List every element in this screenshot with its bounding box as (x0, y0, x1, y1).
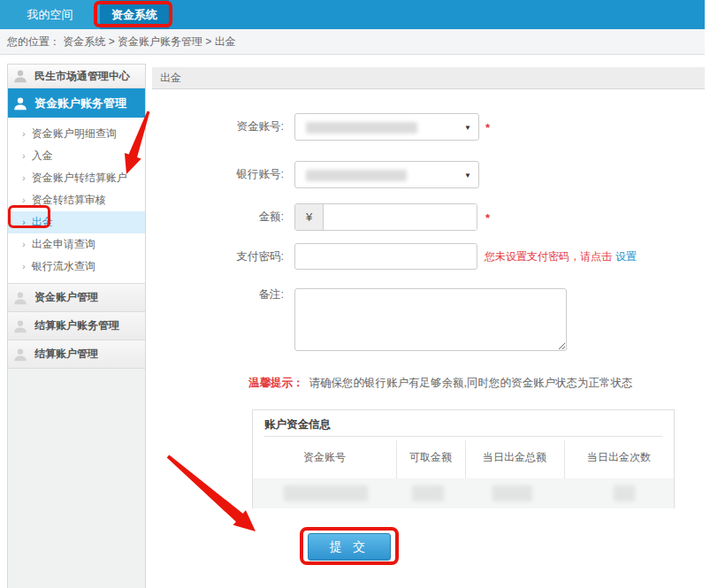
fund-account-select[interactable]: ▼ (294, 113, 479, 141)
account-funds-panel: 账户资金信息 资金账号 可取金额 当日出金总额 当日出金次数 (252, 409, 675, 508)
breadcrumb: 您的位置： 资金系统 > 资金账户账务管理 > 出金 (0, 29, 705, 55)
pay-password-hint-text: 您未设置支付密码，请点击 (485, 250, 612, 263)
remark-label: 备注: (152, 286, 289, 303)
menu-item-label: 资金账户明细查询 (32, 127, 117, 140)
amount-input[interactable] (324, 204, 477, 230)
sidebar-header-label: 民生市场通管理中心 (34, 69, 130, 84)
menu-item-label: 出金申请查询 (32, 238, 95, 250)
amount-label: 金额: (152, 203, 289, 231)
notice-text: 请确保您的银行账户有足够余额,同时您的资金账户状态为正常状态 (309, 377, 633, 389)
sidebar-item-bank-flow-query[interactable]: ›银行流水查询 (8, 256, 145, 278)
sidebar-active-section-label: 资金账户账务管理 (34, 95, 126, 111)
fund-account-label: 资金账号: (152, 113, 289, 141)
chevron-right-icon: › (22, 217, 26, 227)
section-label: 结算账户账务管理 (34, 318, 119, 333)
required-mark: * (485, 211, 494, 225)
amount-field-group: ¥ (294, 203, 477, 231)
annotation-arrow-submit (167, 455, 256, 532)
currency-yen-icon: ¥ (295, 204, 324, 230)
sidebar-collapsed-area: 资金账户管理 结算账户账务管理 结算账户管理 (8, 284, 145, 588)
sidebar-item-fund-detail-query[interactable]: ›资金账户明细查询 (8, 123, 145, 145)
user-icon (13, 69, 27, 83)
redacted-cell-value (412, 485, 444, 501)
col-fund-account: 资金账号 (253, 437, 396, 478)
sidebar-item-withdraw-request-query[interactable]: ›出金申请查询 (8, 233, 145, 256)
user-icon (13, 347, 27, 362)
chevron-right-icon: › (22, 261, 26, 271)
page: 我的空间 资金系统 您的位置： 资金系统 > 资金账户账务管理 > 出金 民生市… (0, 0, 710, 588)
bank-account-label: 银行账号: (152, 161, 289, 188)
sidebar-item-deposit[interactable]: ›入金 (8, 145, 145, 167)
redacted-cell-value (492, 485, 532, 501)
chevron-down-icon: ▼ (464, 124, 471, 132)
tab-my-space[interactable]: 我的空间 (0, 0, 100, 29)
table-row (253, 478, 674, 508)
menu-item-label: 入金 (32, 149, 53, 162)
set-password-link[interactable]: 设置 (615, 250, 637, 263)
col-today-withdraw-total: 当日出金总额 (465, 437, 564, 478)
chevron-right-icon: › (22, 128, 26, 139)
chevron-right-icon: › (22, 195, 26, 205)
panel-title: 账户资金信息 (264, 417, 331, 432)
menu-item-label: 资金账户转结算账户 (32, 172, 127, 184)
redacted-cell-value (284, 485, 368, 501)
sidebar: 民生市场通管理中心 资金账户账务管理 ›资金账户明细查询 ›入金 ›资金账户转结… (7, 64, 146, 588)
sidebar-header-center[interactable]: 民生市场通管理中心 (8, 65, 145, 88)
sidebar-menu: ›资金账户明细查询 ›入金 ›资金账户转结算账户 ›资金转结算审核 ›出金 ›出… (8, 118, 145, 284)
sidebar-section-fund-account-active[interactable]: 资金账户账务管理 (8, 88, 145, 118)
remark-textarea[interactable] (294, 288, 567, 351)
content-tab-withdraw: 出金 (152, 67, 705, 89)
section-label: 结算账户管理 (34, 347, 98, 362)
user-icon (13, 96, 27, 111)
sidebar-item-fund-to-settle-account[interactable]: ›资金账户转结算账户 (8, 167, 145, 189)
bank-account-select[interactable]: ▼ (294, 161, 479, 188)
notice-prefix: 温馨提示： (248, 377, 304, 389)
chevron-right-icon: › (22, 172, 26, 183)
pay-password-label: 支付密码: (152, 243, 289, 271)
chevron-right-icon: › (22, 150, 26, 161)
section-label: 资金账户管理 (34, 290, 98, 305)
sidebar-section-settle-account-books[interactable]: 结算账户账务管理 (8, 312, 145, 340)
chevron-right-icon: › (22, 239, 26, 249)
redacted-fund-account-value (306, 122, 417, 134)
tab-fund-system[interactable]: 资金系统 (100, 0, 169, 29)
sidebar-section-fund-account-mgmt[interactable]: 资金账户管理 (8, 284, 145, 312)
sidebar-section-settle-account-mgmt[interactable]: 结算账户管理 (8, 340, 145, 369)
menu-item-label: 资金转结算审核 (32, 194, 106, 206)
pay-password-hint: 您未设置支付密码，请点击设置 (485, 243, 637, 270)
menu-item-label: 出金 (32, 216, 53, 228)
sidebar-item-withdraw[interactable]: ›出金 (8, 211, 145, 233)
user-icon (13, 319, 27, 333)
table-header-row: 资金账号 可取金额 当日出金总额 当日出金次数 (253, 437, 674, 478)
pay-password-input[interactable] (294, 243, 477, 270)
menu-item-label: 银行流水查询 (32, 260, 95, 272)
col-today-withdraw-count: 当日出金次数 (564, 437, 674, 478)
user-icon (13, 291, 27, 305)
chevron-down-icon: ▼ (464, 172, 471, 179)
sidebar-item-fund-settle-audit[interactable]: ›资金转结算审核 (8, 189, 145, 211)
top-nav: 我的空间 资金系统 (0, 0, 705, 29)
redacted-cell-value (614, 485, 635, 501)
submit-button[interactable]: 提 交 (308, 533, 391, 561)
redacted-bank-account-value (306, 170, 407, 181)
col-withdrawable-amount: 可取金额 (396, 437, 465, 478)
notice: 温馨提示：请确保您的银行账户有足够余额,同时您的资金账户状态为正常状态 (248, 375, 632, 391)
required-mark: * (485, 121, 494, 134)
